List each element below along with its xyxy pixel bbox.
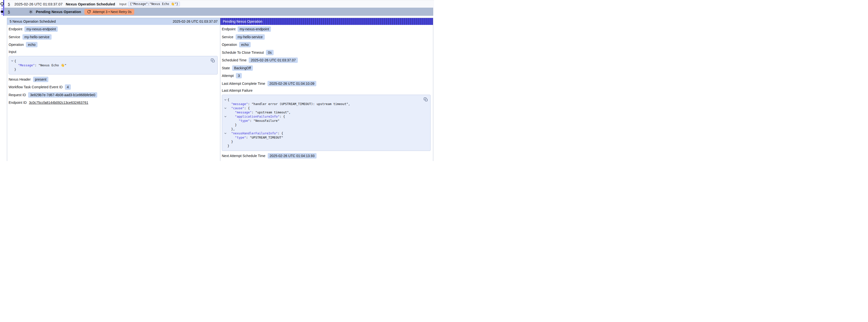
detail-field-service: Servicemy-hello-service — [222, 34, 431, 40]
code-line: "message": "upstream timeout", — [223, 110, 420, 115]
pending-event-id-link[interactable]: 5 — [8, 10, 10, 14]
detail-field-state: StateBackingOff — [222, 65, 431, 71]
copy-input-button[interactable] — [210, 58, 215, 63]
event-row-nexus-operation-scheduled[interactable]: 5 2025-02-26 UTC 01:03:37.07 Nexus Opera… — [4, 0, 434, 8]
json-text — [227, 135, 235, 139]
field-label: Endpoint — [9, 27, 22, 31]
field-label: Scheduled Time — [222, 58, 247, 62]
json-key: "type" — [235, 135, 246, 139]
json-key: "applicationFailureInfo" — [235, 115, 280, 119]
timeline-open-node-icon — [0, 2, 4, 5]
retry-attempt-badge: Attempt 3 • Next Retry 0s — [84, 9, 134, 15]
code-line: } — [223, 144, 420, 148]
json-text — [227, 106, 231, 110]
field-value-badge: my-nexus-endpoint — [24, 26, 58, 32]
code-line: { — [223, 98, 420, 102]
event-input-preview-chip: {"Message":"Nexus Echo 👋"} — [128, 2, 180, 6]
scheduled-panel-header: 5 Nexus Operation Scheduled 2025-02-26 U… — [7, 18, 220, 25]
scheduled-panel-title: 5 Nexus Operation Scheduled — [10, 20, 56, 24]
json-text: : { — [278, 131, 283, 135]
json-text: : { — [244, 106, 250, 110]
scheduled-panel-body: Endpointmy-nexus-endpointServicemy-hello… — [7, 25, 220, 105]
field-label: Next Attempt Schedule Time — [222, 154, 266, 158]
collapse-chevron-icon[interactable] — [11, 60, 13, 62]
field-label: Endpoint ID — [9, 101, 27, 104]
copy-failure-button[interactable] — [423, 97, 428, 102]
json-key: "cause" — [231, 106, 244, 110]
scheduled-panel-timestamp: 2025-02-26 UTC 01:03:37.07 — [173, 20, 218, 24]
field-value-badge: 2025-02-26 UTC 01:04:13.93 — [268, 153, 316, 159]
copy-icon — [424, 97, 428, 102]
code-line: "message": "handler error (UPSTREAM_TIME… — [223, 102, 420, 106]
detail-field-last-attempt-complete-time: Last Attempt Complete Time2025-02-26 UTC… — [222, 81, 431, 86]
detail-field-request-id: Request ID3e829b7e-7d67-4b08-aad3-b1e868… — [9, 92, 218, 98]
code-line: "nexusHandlerFailureInfo": { — [223, 131, 420, 135]
timeline-current-node-icon — [0, 10, 4, 13]
detail-field-service: Servicemy-hello-service — [9, 34, 218, 40]
field-value-badge: 3e829b7e-7d67-4b08-aad3-b1e868bfe9e0 — [28, 92, 97, 98]
field-label: Service — [9, 35, 20, 39]
json-key: "message" — [231, 102, 248, 106]
scheduled-event-panel: 5 Nexus Operation Scheduled 2025-02-26 U… — [7, 18, 220, 161]
json-text: } — [227, 123, 237, 127]
json-text — [227, 110, 235, 115]
code-line: "type": "NexusFailure" — [223, 119, 420, 123]
pending-panel-title: Pending Nexus Operation — [223, 20, 262, 24]
field-value-badge: my-hello-service — [23, 34, 52, 40]
code-line: } — [10, 67, 207, 71]
field-label: Request ID — [9, 93, 26, 97]
event-input-label: Input — [119, 2, 127, 6]
event-id-link[interactable]: 5 — [8, 2, 10, 6]
failure-code-block: { "message": "handler error (UPSTREAM_TI… — [222, 95, 431, 151]
field-value-badge: 2025-02-26 UTC 01:03:37.07 — [249, 58, 298, 63]
json-text: : "upstream timeout", — [252, 110, 291, 115]
json-text: : "UPSTREAM_TIMEOUT" — [246, 135, 283, 139]
field-label: Endpoint — [222, 27, 236, 31]
timeline-active-bar — [3, 0, 4, 16]
code-line: "type": "UPSTREAM_TIMEOUT" — [223, 135, 420, 139]
json-key: "type" — [239, 119, 250, 123]
field-value-link[interactable]: 3c0c75ccfa8144b092c13ce632463761 — [29, 101, 88, 104]
field-value-badge: 3 — [236, 73, 242, 78]
code-line: } — [223, 139, 420, 144]
json-text: : "Nexus Echo 👋" — [35, 63, 66, 67]
field-label: Nexus Header — [9, 77, 31, 82]
pending-panel-header: Pending Nexus Operation — [220, 18, 433, 25]
json-text: : { — [280, 115, 285, 119]
field-label: Workflow Task Completed Event ID — [9, 85, 63, 89]
pending-row-title: Pending Nexus Operation — [36, 10, 81, 14]
detail-field-scheduled-time: Scheduled Time2025-02-26 UTC 01:03:37.07 — [222, 58, 431, 63]
json-text: } — [227, 144, 229, 148]
workflow-event-history-view: 5 2025-02-26 UTC 01:03:37.07 Nexus Opera… — [0, 0, 434, 161]
event-detail-panels: 5 Nexus Operation Scheduled 2025-02-26 U… — [7, 18, 433, 161]
json-text — [227, 115, 235, 119]
json-key: "nexusHandlerFailureInfo" — [231, 131, 278, 135]
json-text: : "handler error (UPSTREAM_TIMEOUT): ups… — [248, 102, 350, 106]
field-label: Service — [222, 35, 234, 39]
collapse-chevron-icon[interactable] — [224, 133, 226, 134]
collapse-chevron-icon[interactable] — [224, 99, 226, 101]
pending-spinner-icon — [29, 10, 33, 14]
collapse-chevron-icon[interactable] — [224, 116, 226, 117]
json-text: { — [14, 59, 16, 63]
pending-panel-body: Endpointmy-nexus-endpointServicemy-hello… — [220, 25, 433, 159]
collapse-chevron-icon[interactable] — [224, 107, 226, 109]
code-line: } — [223, 123, 420, 127]
detail-field-workflow-task-completed-event-id: Workflow Task Completed Event ID4 — [9, 84, 218, 90]
detail-field-attempt: Attempt3 — [222, 73, 431, 78]
copy-icon — [211, 58, 215, 63]
json-text: } — [14, 67, 16, 71]
json-text: }, — [227, 127, 235, 131]
json-text: } — [227, 139, 233, 144]
field-value-badge: echo — [239, 42, 250, 47]
field-value-badge: my-hello-service — [236, 34, 265, 40]
detail-field-operation: Operationecho — [9, 42, 218, 47]
json-key: "message" — [235, 110, 252, 115]
field-label: Operation — [9, 43, 24, 46]
event-timestamp: 2025-02-26 UTC 01:03:37.07 — [14, 2, 62, 6]
pending-nexus-operation-row[interactable]: 5 Pending Nexus Operation Attempt 3 • Ne… — [4, 8, 433, 16]
input-block-label: Input — [9, 50, 218, 55]
retry-icon — [87, 10, 91, 13]
code-line: { — [10, 59, 207, 63]
failure-block-label: Last Attempt Failure — [222, 89, 431, 93]
